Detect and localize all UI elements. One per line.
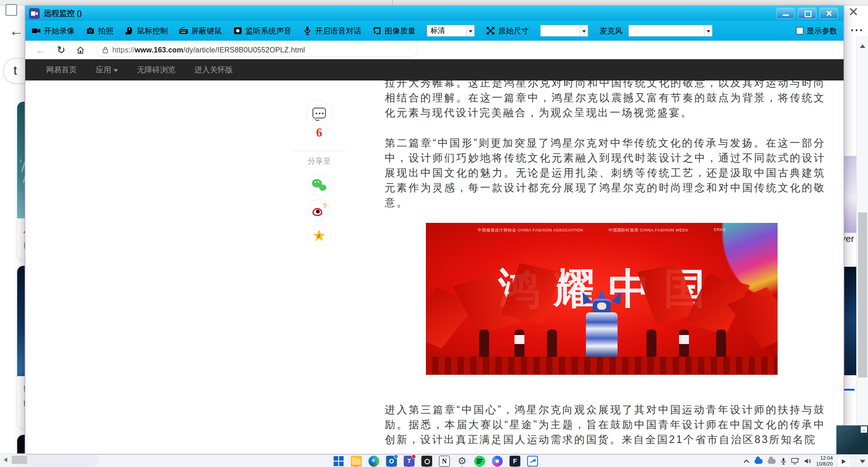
background-horizontal-scrollbar[interactable]: [0, 453, 26, 465]
sound-monitor-icon: [233, 26, 242, 35]
background-vertical-scrollbar[interactable]: [856, 36, 868, 454]
outlook-icon[interactable]: O: [386, 456, 397, 467]
share-wechat-button[interactable]: [308, 174, 330, 196]
dropdown-arrow-icon: [580, 25, 588, 36]
expand-arrows-icon: [486, 26, 495, 35]
nav-item-accessibility[interactable]: 无障碍浏览: [137, 65, 175, 75]
minimize-button[interactable]: [776, 8, 795, 19]
share-qzone-button[interactable]: [308, 224, 330, 247]
dancer-figure: [547, 330, 557, 359]
start-recording-button[interactable]: 开始录像: [32, 26, 75, 36]
close-button[interactable]: [820, 8, 838, 19]
url-path: /dy/article/IERS8B0U0552OPLZ.html: [184, 46, 305, 54]
checkbox-icon: [796, 27, 803, 34]
scrollbar-thumb[interactable]: [858, 212, 867, 377]
taskbar: O T N ⚙ F 12:04 10/8/20: [0, 454, 868, 467]
scroll-right-arrow-icon[interactable]: [838, 457, 849, 466]
remote-app-icon: [29, 8, 40, 19]
nav-item-home[interactable]: 网易首页: [46, 65, 77, 75]
background-close-icon[interactable]: ✕: [848, 5, 859, 19]
wechat-icon: [312, 179, 326, 191]
scroll-up-arrow-icon[interactable]: [860, 44, 865, 48]
more-options-icon[interactable]: ⋯: [850, 22, 864, 38]
photo-logo: 中国国际时装周 CHINA FASHION WEEK: [609, 227, 689, 233]
display-tray-icon[interactable]: [791, 458, 799, 464]
scroll-down-arrow-icon[interactable]: [860, 460, 865, 463]
remote-desktop-view[interactable]: ← ↻ https://www.163.com/dy/article/IERS8…: [25, 41, 844, 454]
swirl-app-icon[interactable]: [492, 456, 503, 467]
article-paragraph: 进入第三篇章“中国心”，鸿星尔克向观众展现了其对中国运动青年设计师的扶持与鼓励。…: [385, 402, 826, 447]
teams-icon[interactable]: T: [404, 456, 415, 467]
listen-system-sound-button[interactable]: 监听系统声音: [233, 26, 292, 36]
back-arrow-icon[interactable]: ←: [9, 24, 24, 38]
microphone-select[interactable]: [628, 25, 712, 37]
background-tab-divider: [392, 0, 393, 5]
mouse-control-button[interactable]: 鼠标控制: [125, 26, 168, 36]
cloud-sync-icon[interactable]: [768, 459, 776, 464]
mouse-icon: [125, 26, 134, 35]
address-bar[interactable]: https://www.163.com/dy/article/IERS8B0U0…: [96, 43, 418, 57]
dancer-figure: [514, 330, 524, 359]
image-quality-select[interactable]: 标清: [427, 25, 475, 37]
remote-toolbar: 开始录像 拍照 鼠标控制 屏蔽键鼠 监听系统声音 开启语音对话 图像质量 标清: [25, 21, 844, 41]
remote-window-titlebar[interactable]: 远程监控 (): [25, 6, 844, 21]
nav-item-care-version[interactable]: 进入关怀版: [194, 65, 233, 75]
onedrive-cloud-icon[interactable]: [755, 459, 763, 464]
block-keyboard-mouse-button[interactable]: 屏蔽键鼠: [179, 26, 222, 36]
video-camera-icon: [32, 26, 41, 35]
show-params-checkbox[interactable]: 显示参数: [796, 26, 837, 36]
image-quality-group: 图像质量: [373, 26, 415, 36]
share-to-label: 分享至: [293, 156, 345, 166]
divider: [293, 151, 345, 151]
take-photo-button[interactable]: 拍照: [86, 26, 113, 36]
cast-app-icon[interactable]: [527, 456, 538, 467]
original-size-select[interactable]: [540, 25, 588, 37]
dancer-figure: [716, 330, 726, 359]
browser-refresh-icon[interactable]: ↻: [57, 45, 65, 55]
photo-logo-erke: ERKE: [714, 227, 726, 233]
photo-logo: 中国服装设计师协会 CHINA FASHION ASSOCIATION: [478, 227, 583, 233]
background-tab-icon: [5, 4, 17, 16]
background-window-corner: ⌄: [836, 425, 868, 467]
comment-button[interactable]: [306, 100, 332, 126]
remote-browser-toolbar: ← ↻ https://www.163.com/dy/article/IERS8…: [25, 41, 844, 59]
weibo-icon: [312, 204, 326, 216]
nav-item-apps[interactable]: 应用: [96, 65, 118, 75]
edge-browser-icon[interactable]: [368, 456, 379, 467]
settings-gear-icon[interactable]: ⚙: [457, 456, 467, 467]
chevron-down-icon: [113, 69, 118, 72]
microphone-icon: [303, 26, 312, 35]
browser-back-icon[interactable]: ←: [35, 45, 46, 55]
article-stage-photo: 中国服装设计师协会 CHINA FASHION ASSOCIATION 中国国际…: [426, 223, 778, 375]
capture-app-icon[interactable]: [421, 456, 432, 467]
background-search-text: t: [14, 64, 17, 78]
original-size-group: 原始尺寸: [486, 26, 529, 36]
f-app-icon[interactable]: F: [509, 456, 520, 467]
voice-chat-button[interactable]: 开启语音对话: [303, 26, 361, 36]
tray-chevron-up-icon[interactable]: [744, 459, 750, 465]
notion-icon[interactable]: N: [439, 456, 450, 467]
browser-home-icon[interactable]: [76, 46, 85, 55]
dancer-figure: [679, 330, 689, 359]
netease-nav-bar: 网易首页 应用 无障碍浏览 进入关怀版: [25, 59, 844, 80]
background-browser-top-strip: [0, 0, 868, 5]
comment-count[interactable]: 6: [306, 126, 332, 140]
camera-icon: [86, 26, 95, 35]
start-button[interactable]: [333, 456, 344, 467]
share-weibo-button[interactable]: [308, 199, 330, 222]
image-quality-icon: [373, 26, 382, 35]
microphone-tray-icon[interactable]: [781, 458, 786, 465]
speaker-tray-icon[interactable]: [804, 458, 811, 464]
spotify-icon[interactable]: [474, 456, 485, 467]
dancer-figure: [479, 330, 489, 359]
maximize-button[interactable]: [798, 8, 816, 19]
scrollbar-thumb[interactable]: [12, 456, 27, 464]
window-title: 远程监控 (): [44, 8, 82, 19]
url-scheme: https://: [112, 46, 135, 54]
chevron-down-icon[interactable]: ⌄: [861, 426, 867, 433]
file-explorer-icon[interactable]: [351, 456, 362, 467]
url-host: www.163.com: [135, 46, 183, 54]
keyboard-icon: [179, 26, 188, 35]
taskbar-clock[interactable]: 12:04 10/8/20: [816, 455, 833, 467]
scroll-left-arrow-icon[interactable]: [4, 458, 7, 462]
